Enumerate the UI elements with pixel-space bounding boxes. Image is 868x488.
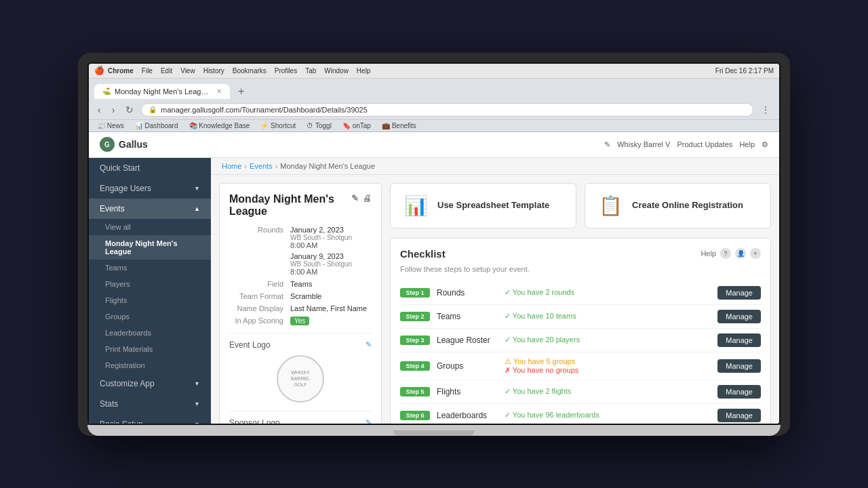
- sidebar-item-quickstart[interactable]: Quick Start: [89, 158, 211, 178]
- sidebar-label-quickstart: Quick Start: [100, 163, 140, 173]
- chevron-down-icon-3: ▼: [194, 401, 200, 407]
- extensions-button[interactable]: ⋮: [757, 103, 774, 117]
- sidebar-label-basic-setup: Basic Setup: [100, 420, 143, 424]
- edit-sponsor-logo-icon[interactable]: ✎: [366, 418, 372, 424]
- print-event-icon[interactable]: 🖨: [363, 193, 372, 203]
- round2-time: 8:00 AM: [290, 268, 372, 276]
- step3-manage-button[interactable]: Manage: [717, 333, 761, 347]
- team-format-label: Team Format: [229, 292, 290, 300]
- reload-button[interactable]: ↻: [122, 103, 137, 117]
- header-settings-icon[interactable]: ⚙: [762, 140, 768, 149]
- sidebar-item-events[interactable]: Events ▲: [89, 199, 211, 219]
- bookmark-ontap[interactable]: 🔖 onTap: [340, 121, 374, 130]
- bookmark-dashboard[interactable]: 📊 Dashboard: [132, 121, 181, 130]
- mac-menu-window[interactable]: Window: [324, 67, 349, 75]
- sidebar-item-registration[interactable]: Registration: [89, 357, 211, 373]
- mac-menu-chrome[interactable]: Chrome: [108, 67, 134, 75]
- step4-manage-button[interactable]: Manage: [717, 359, 761, 373]
- person-icon[interactable]: 👤: [735, 248, 746, 259]
- event-title-text: Monday Night Men's League: [229, 193, 351, 218]
- sidebar-item-flights[interactable]: Flights: [89, 292, 211, 308]
- sidebar-item-monday-league[interactable]: Monday Night Men's League: [89, 235, 211, 260]
- step4-status: ⚠ You have 5 groups ✗ You have no groups: [505, 357, 711, 375]
- breadcrumb-current: Monday Night Men's League: [280, 162, 375, 170]
- sponsor-logo-header: Sponsor Logo ✎: [229, 418, 372, 424]
- address-bar[interactable]: 🔒 manager.gallusgolf.com/Tournament/Dash…: [141, 103, 753, 117]
- sidebar-item-groups[interactable]: Groups: [89, 308, 211, 325]
- field-row: Field Teams: [229, 280, 372, 288]
- step3-status: ✓ You have 20 players: [505, 336, 711, 344]
- mac-menu-profiles[interactable]: Profiles: [275, 67, 297, 75]
- breadcrumb-events[interactable]: Events: [250, 162, 273, 170]
- sidebar-label-stats: Stats: [100, 399, 118, 409]
- bookmark-knowledge-base[interactable]: 📚 Knowledge Base: [186, 121, 253, 130]
- help-icon[interactable]: ?: [720, 248, 731, 259]
- sidebar-item-stats[interactable]: Stats ▼: [89, 394, 211, 414]
- tab-close-button[interactable]: ✕: [216, 87, 222, 95]
- sidebar-item-basic-setup[interactable]: Basic Setup ▼: [89, 414, 211, 424]
- mac-menu-history[interactable]: History: [203, 67, 224, 75]
- header-edit-icon[interactable]: ✎: [604, 140, 610, 149]
- sidebar-item-players[interactable]: Players: [89, 276, 211, 292]
- event-logo-label: Event Logo: [229, 340, 271, 350]
- step1-manage-button[interactable]: Manage: [717, 286, 761, 300]
- step6-manage-button[interactable]: Manage: [717, 409, 761, 422]
- bookmark-shortcut[interactable]: ⚡ Shortcut: [258, 121, 298, 130]
- bookmark-benefits[interactable]: 💼 Benefits: [379, 121, 419, 130]
- checklist-panel: Checklist Help ? 👤 + Follow these steps …: [390, 238, 771, 424]
- in-app-scoring-label: In App Scoring: [229, 317, 290, 325]
- address-bar-row: ‹ › ↻ 🔒 manager.gallusgolf.com/Tournamen…: [89, 100, 779, 119]
- team-format-row: Team Format Scramble: [229, 292, 372, 300]
- spreadsheet-template-card[interactable]: 📊 Use Spreadsheet Template: [390, 183, 576, 228]
- step5-badge: Step 5: [400, 387, 430, 396]
- url-text: manager.gallusgolf.com/Tournament/Dashbo…: [161, 106, 368, 114]
- checklist-help-row: Help ? 👤 +: [701, 248, 761, 259]
- tab-favicon: ⛳: [102, 87, 111, 95]
- bookmark-toggl[interactable]: ⏱ Toggl: [304, 121, 334, 130]
- step5-manage-button[interactable]: Manage: [717, 385, 761, 399]
- tab-label: Monday Night Men's League ...: [115, 87, 212, 96]
- header-location[interactable]: Whisky Barrel V: [617, 140, 670, 148]
- breadcrumb-home[interactable]: Home: [222, 162, 241, 170]
- step2-manage-button[interactable]: Manage: [717, 310, 761, 323]
- bookmark-news[interactable]: 📰 News: [94, 121, 127, 130]
- apple-logo-icon: 🍎: [94, 66, 104, 75]
- share-icon[interactable]: +: [750, 248, 761, 259]
- breadcrumb-sep-1: ›: [244, 162, 247, 170]
- header-help[interactable]: Help: [739, 140, 755, 148]
- edit-event-icon[interactable]: ✎: [351, 193, 359, 203]
- sidebar-item-leaderboards[interactable]: Leaderboards: [89, 325, 211, 341]
- mac-menu-tab[interactable]: Tab: [305, 67, 316, 75]
- back-button[interactable]: ‹: [94, 103, 104, 117]
- team-format-value: Scramble: [290, 292, 372, 300]
- mac-menu-help[interactable]: Help: [357, 67, 371, 75]
- sidebar-item-customize-app[interactable]: Customize App ▼: [89, 373, 211, 394]
- chevron-down-icon-2: ▼: [194, 380, 200, 387]
- mac-menu-view[interactable]: View: [180, 67, 195, 75]
- in-app-scoring-row: In App Scoring Yes: [229, 317, 372, 325]
- sidebar-item-engage-users[interactable]: Engage Users ▼: [89, 178, 211, 199]
- sidebar-item-print-materials[interactable]: Print Materials: [89, 341, 211, 357]
- checklist-row-step1: Step 1 Rounds ✓ You have 2 rounds Manage: [400, 281, 761, 305]
- active-tab[interactable]: ⛳ Monday Night Men's League ... ✕: [94, 84, 230, 99]
- step1-name: Rounds: [437, 288, 498, 298]
- sidebar-item-teams[interactable]: Teams: [89, 260, 211, 276]
- checklist-row-step6: Step 6 Leaderboards ✓ You have 96 leader…: [400, 404, 761, 424]
- mac-menu-file[interactable]: File: [142, 67, 153, 75]
- field-label: Field: [229, 280, 290, 288]
- registration-icon: 📋: [599, 195, 623, 217]
- forward-button[interactable]: ›: [108, 103, 119, 117]
- sidebar-item-view-all[interactable]: View all: [89, 219, 211, 235]
- online-registration-card[interactable]: 📋 Create Online Registration: [585, 183, 771, 228]
- event-logo-section: Event Logo ✎ WHISKYBARRELGOLF: [229, 333, 372, 403]
- new-tab-button[interactable]: +: [233, 83, 250, 100]
- mac-menu-bookmarks[interactable]: Bookmarks: [233, 67, 267, 75]
- header-product-updates[interactable]: Product Updates: [677, 140, 732, 148]
- breadcrumb: Home › Events › Monday Night Men's Leagu…: [211, 158, 779, 175]
- edit-event-logo-icon[interactable]: ✎: [366, 340, 372, 349]
- tab-bar: ⛳ Monday Night Men's League ... ✕ +: [89, 79, 779, 100]
- browser-chrome: ⛳ Monday Night Men's League ... ✕ + ‹ › …: [89, 79, 779, 132]
- bookmarks-bar: 📰 News 📊 Dashboard 📚 Knowledge Base ⚡ Sh…: [89, 119, 779, 131]
- mac-os-bar: 🍎 Chrome File Edit View History Bookmark…: [89, 64, 779, 79]
- mac-menu-edit[interactable]: Edit: [161, 67, 172, 75]
